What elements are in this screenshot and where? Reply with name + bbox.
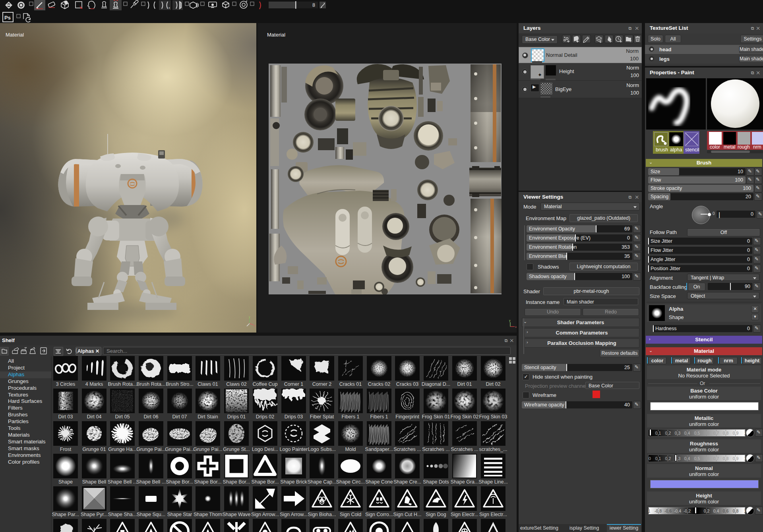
- svg-text:Corner 2: Corner 2: [312, 381, 332, 387]
- svg-text:y: y: [249, 315, 250, 319]
- svg-text:u: u: [515, 325, 517, 328]
- svg-text:Dirt 06: Dirt 06: [144, 414, 159, 420]
- svg-text:Coffee Cup: Coffee Cup: [252, 381, 277, 387]
- svg-text:Drips 01: Drips 01: [227, 414, 246, 420]
- svg-text:Grunge 01: Grunge 01: [82, 447, 106, 452]
- svg-text:Shape Sha...: Shape Sha...: [108, 512, 137, 517]
- svg-text:Sign Arrow...: Sign Arrow...: [251, 512, 279, 517]
- svg-text:Shape Cap...: Shape Cap...: [308, 479, 337, 485]
- svg-text:Fingerprint: Fingerprint: [395, 414, 419, 420]
- svg-text:Grunge Pai...: Grunge Pai...: [136, 447, 166, 452]
- svg-text:Corner 1: Corner 1: [284, 381, 304, 387]
- svg-text:Shape Star: Shape Star: [167, 512, 192, 517]
- svg-text:Scratches ...: Scratches ...: [451, 447, 478, 452]
- svg-text:Sandpaper...: Sandpaper...: [365, 447, 393, 452]
- svg-text:Logo Subs...: Logo Subs...: [308, 447, 336, 452]
- svg-text:Sign Bioha...: Sign Bioha...: [308, 512, 336, 517]
- svg-text:Cracks 01: Cracks 01: [339, 381, 362, 387]
- svg-text:Mold: Mold: [345, 447, 356, 452]
- svg-text:Shape: Shape: [58, 479, 73, 485]
- svg-text:scratches_...: scratches_...: [479, 447, 507, 452]
- svg-text:0,5: 0,5: [694, 431, 700, 435]
- svg-text:Diagonal D...: Diagonal D...: [422, 381, 450, 387]
- svg-text:Drips 02: Drips 02: [256, 414, 275, 420]
- svg-text:Shape Bor...: Shape Bor...: [223, 479, 250, 485]
- svg-text:Shape Circ...: Shape Circ...: [336, 479, 365, 485]
- svg-text:Logo Painter: Logo Painter: [280, 447, 308, 452]
- svg-text:Shape Squ...: Shape Squ...: [137, 512, 165, 517]
- svg-text:4 Marks: 4 Marks: [85, 381, 103, 387]
- svg-text:Shape Pyr...: Shape Pyr...: [81, 512, 108, 517]
- svg-text:0,6: 0,6: [704, 456, 710, 461]
- svg-text:Sign Cut H...: Sign Cut H...: [393, 512, 422, 517]
- svg-text:Dirt 03: Dirt 03: [58, 414, 73, 420]
- svg-text:Brush Rota...: Brush Rota...: [108, 381, 137, 387]
- svg-text:Grunge Pai...: Grunge Pai...: [165, 447, 194, 452]
- svg-text:Dirt 05: Dirt 05: [115, 414, 130, 420]
- svg-text:Sign Corro...: Sign Corro...: [365, 512, 393, 517]
- svg-text:0: 0: [649, 456, 651, 461]
- svg-text:Frog Skin 01: Frog Skin 01: [422, 414, 450, 420]
- svg-text:0,5: 0,5: [694, 456, 700, 461]
- svg-text:3 Circles: 3 Circles: [56, 381, 76, 387]
- svg-text:Shape Gra...: Shape Gra...: [451, 479, 479, 485]
- svg-text:Frost: Frost: [60, 447, 72, 452]
- svg-text:Claws 01: Claws 01: [198, 381, 218, 387]
- svg-text:Shape Bor...: Shape Bor...: [194, 479, 222, 485]
- svg-text:0,2: 0,2: [704, 509, 710, 513]
- svg-text:Dirt 01: Dirt 01: [457, 381, 472, 387]
- svg-text:Ps: Ps: [4, 15, 11, 21]
- svg-text:Scratches ...: Scratches ...: [422, 447, 449, 452]
- svg-text:Sign Electr...: Sign Electr...: [451, 512, 478, 517]
- svg-text:Shape Bell: Shape Bell: [82, 479, 106, 485]
- svg-text:0,6: 0,6: [704, 431, 710, 435]
- svg-text:Grunge St...: Grunge St...: [223, 447, 250, 452]
- svg-text:Dirt 07: Dirt 07: [172, 414, 187, 420]
- svg-text:Sign Dog: Sign Dog: [426, 512, 446, 517]
- svg-text:Frog Skin 03: Frog Skin 03: [479, 414, 507, 420]
- svg-text:Fibers 1: Fibers 1: [341, 414, 359, 420]
- svg-text:x: x: [254, 324, 256, 327]
- svg-text:Shape Bell ...: Shape Bell ...: [108, 479, 137, 485]
- svg-text:x: x: [168, 6, 170, 10]
- svg-text:Shape Bor...: Shape Bor...: [252, 479, 279, 485]
- svg-text:Shape Cre...: Shape Cre...: [393, 479, 421, 485]
- svg-text:Shape Par...: Shape Par...: [52, 512, 79, 517]
- svg-text:0,9: 0,9: [733, 456, 739, 461]
- svg-text:Scratches ...: Scratches ...: [393, 447, 421, 452]
- svg-text:Shape Bell ...: Shape Bell ...: [136, 479, 166, 485]
- svg-text:Dirt 04: Dirt 04: [87, 414, 102, 420]
- svg-text:-0,4: -0,4: [674, 509, 681, 513]
- svg-text:Grunge Ha...: Grunge Ha...: [108, 447, 137, 452]
- svg-text:Shape Bor...: Shape Bor...: [166, 479, 194, 485]
- svg-text:Shape Wave: Shape Wave: [222, 512, 250, 517]
- svg-text:Cracks 03: Cracks 03: [396, 381, 418, 387]
- svg-text:-0,6: -0,6: [664, 509, 672, 513]
- svg-text:8: 8: [312, 2, 315, 8]
- svg-text:Dirt 02: Dirt 02: [486, 381, 501, 387]
- svg-text:Shape Dots: Shape Dots: [423, 479, 449, 485]
- svg-text:Shape Thorn: Shape Thorn: [194, 512, 222, 517]
- svg-text:Fibers 1: Fibers 1: [370, 414, 388, 420]
- svg-text:Shape Cone: Shape Cone: [365, 479, 393, 485]
- svg-text:Frog Skin 02: Frog Skin 02: [451, 414, 479, 420]
- svg-text:0,9: 0,9: [733, 431, 739, 435]
- svg-text:0,2: 0,2: [665, 431, 671, 435]
- svg-text:Shape Line...: Shape Line...: [478, 479, 508, 485]
- svg-text:Sign Electr...: Sign Electr...: [479, 512, 507, 517]
- svg-text:Grunge Pai...: Grunge Pai...: [193, 447, 223, 452]
- svg-text:Sign Arrow...: Sign Arrow...: [280, 512, 308, 517]
- svg-text:Brush Stro...: Brush Stro...: [166, 381, 193, 387]
- svg-text:Drips 03: Drips 03: [285, 414, 303, 420]
- svg-text:0,8: 0,8: [733, 509, 739, 513]
- svg-text:Cracks 02: Cracks 02: [368, 381, 390, 387]
- svg-text:Logo Desi...: Logo Desi...: [252, 447, 279, 452]
- svg-text:Brush Rota...: Brush Rota...: [137, 381, 166, 387]
- svg-text:Claws 02: Claws 02: [226, 381, 246, 387]
- svg-text:Fiber Splat: Fiber Splat: [310, 414, 334, 420]
- svg-text:Sign Cold: Sign Cold: [340, 512, 361, 517]
- svg-text:y: y: [509, 319, 511, 322]
- svg-text:Shape Brick: Shape Brick: [280, 479, 307, 485]
- svg-text:0,2: 0,2: [665, 456, 671, 461]
- svg-text:Dirt Stain: Dirt Stain: [198, 414, 218, 420]
